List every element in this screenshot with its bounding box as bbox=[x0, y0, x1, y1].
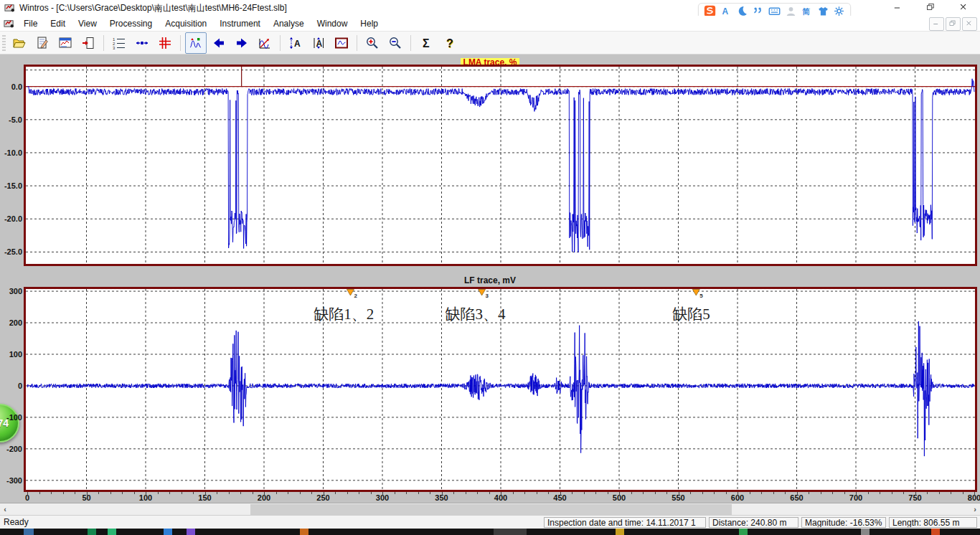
x-tick-mark bbox=[513, 492, 514, 494]
mdi-minimize-button[interactable] bbox=[929, 17, 944, 31]
report-preview-button[interactable] bbox=[55, 32, 76, 54]
maximize-button[interactable] bbox=[921, 1, 941, 15]
x-tick-mark bbox=[572, 492, 573, 494]
app-icon bbox=[4, 2, 16, 14]
prev-defect-button[interactable] bbox=[208, 32, 230, 54]
menu-instrument[interactable]: Instrument bbox=[213, 16, 267, 31]
x-tick-mark bbox=[193, 492, 194, 494]
taskbar-icon-sliver bbox=[931, 529, 940, 535]
x-tick-mark bbox=[773, 492, 774, 494]
menu-view[interactable]: View bbox=[72, 16, 103, 31]
menu-processing[interactable]: Processing bbox=[103, 16, 159, 31]
zoom-in-button[interactable] bbox=[362, 32, 383, 54]
minimize-button[interactable] bbox=[888, 1, 908, 15]
menu-help[interactable]: Help bbox=[354, 16, 385, 31]
y-tick-label: 300 bbox=[1, 286, 22, 296]
y-tick-label: 100 bbox=[1, 349, 22, 359]
autoscale-range-button[interactable]: A bbox=[308, 32, 329, 54]
x-tick-mark bbox=[430, 492, 430, 494]
x-tick-mark bbox=[797, 492, 798, 496]
lma-trace-plot[interactable] bbox=[26, 67, 975, 264]
taskbar-icon-sliver bbox=[24, 529, 34, 535]
defect-marker-icon[interactable]: 3 bbox=[479, 290, 489, 300]
title-bar: Wintros - [C:\Users\Grace\Desktop\南山test… bbox=[0, 0, 980, 16]
x-tick-mark bbox=[702, 492, 703, 494]
menu-window[interactable]: Window bbox=[311, 16, 354, 31]
edit-report-button[interactable] bbox=[32, 32, 53, 54]
x-tick-mark bbox=[169, 492, 170, 494]
horizontal-scrollbar[interactable]: ‹ › bbox=[0, 503, 980, 515]
toolbar-grip[interactable] bbox=[2, 35, 6, 51]
close-button[interactable] bbox=[954, 1, 974, 15]
window-title: Wintros - [C:\Users\Grace\Desktop\南山test… bbox=[19, 2, 287, 14]
x-tick-mark bbox=[98, 492, 99, 494]
lf-trace-plot[interactable]: 235缺陷1、2缺陷3、4缺陷5 bbox=[26, 289, 975, 490]
menu-edit[interactable]: Edit bbox=[44, 16, 72, 31]
lf-chart-panel[interactable]: 235缺陷1、2缺陷3、4缺陷5 bbox=[24, 287, 977, 492]
menu-acquisition[interactable]: Acquisition bbox=[159, 16, 213, 31]
y-tick-label: 0 bbox=[1, 381, 22, 391]
x-tick-mark bbox=[679, 492, 679, 496]
menu-items: FileEditViewProcessingAcquisitionInstrum… bbox=[17, 16, 385, 31]
x-tick-mark bbox=[666, 492, 667, 494]
menu-file[interactable]: File bbox=[17, 16, 44, 31]
defect-list-button[interactable]: 123 bbox=[108, 32, 130, 54]
status-pane-1: Distance: 240.80 m bbox=[709, 517, 798, 528]
x-tick-mark bbox=[892, 492, 892, 494]
y-tick-label: -5.0 bbox=[1, 115, 22, 125]
x-tick-mark bbox=[158, 492, 159, 494]
taskbar-icon-sliver bbox=[164, 529, 172, 535]
floating-badge[interactable]: 74 bbox=[0, 404, 19, 442]
taskbar-icon-sliver bbox=[300, 529, 308, 535]
x-tick-mark bbox=[395, 492, 395, 494]
x-tick-mark bbox=[868, 492, 869, 494]
scroll-right-icon[interactable]: › bbox=[970, 503, 980, 515]
status-bar: Ready Inspection date and time: 14.11.20… bbox=[0, 515, 980, 529]
grid-toggle-button[interactable] bbox=[154, 32, 176, 54]
x-tick-mark bbox=[844, 492, 845, 494]
x-tick-mark bbox=[288, 492, 288, 494]
toolbar-separator bbox=[357, 35, 357, 51]
menu-analyse[interactable]: Analyse bbox=[267, 16, 311, 31]
y-tick-label: -25.0 bbox=[1, 247, 22, 257]
x-tick-mark bbox=[39, 492, 40, 494]
next-defect-button[interactable] bbox=[231, 32, 253, 54]
statistics-sum-button[interactable]: Σ bbox=[415, 32, 437, 54]
taskbar-icon-sliver bbox=[108, 529, 116, 535]
x-tick-mark bbox=[726, 492, 727, 494]
scroll-left-icon[interactable]: ‹ bbox=[0, 503, 10, 515]
x-tick-mark bbox=[75, 492, 75, 494]
scrollbar-thumb[interactable] bbox=[250, 504, 732, 515]
marker-navigation-button[interactable] bbox=[131, 32, 153, 54]
x-tick-mark bbox=[27, 492, 28, 496]
x-tick-mark bbox=[182, 492, 182, 494]
x-tick-mark bbox=[608, 492, 608, 494]
x-tick-mark bbox=[939, 492, 940, 494]
trace-window-button[interactable] bbox=[331, 32, 352, 54]
peak-detection-button[interactable] bbox=[185, 32, 207, 54]
mdi-restore-button[interactable] bbox=[946, 17, 961, 31]
x-tick-mark bbox=[832, 492, 833, 494]
defect-marker-icon[interactable]: 2 bbox=[347, 290, 357, 300]
toolbar: 123AAΣ?? bbox=[0, 32, 980, 55]
status-pane-0: Inspection date and time: 14.11.2017 1 bbox=[544, 517, 706, 528]
y-tick-label: -15.0 bbox=[1, 181, 22, 191]
autoscale-amplitude-button[interactable]: A bbox=[285, 32, 306, 54]
x-tick-mark bbox=[880, 492, 880, 494]
signal-scale-button[interactable] bbox=[254, 32, 275, 54]
y-tick-label: -100 bbox=[1, 412, 22, 422]
open-file-button[interactable] bbox=[9, 32, 30, 54]
mdi-close-button[interactable] bbox=[962, 17, 977, 31]
export-document-button[interactable] bbox=[77, 32, 99, 54]
application-window: { "window": { "title": "Wintros - [C:\\U… bbox=[0, 0, 980, 535]
x-tick-mark bbox=[477, 492, 478, 494]
x-tick-mark bbox=[631, 492, 632, 494]
menu-bar: FileEditViewProcessingAcquisitionInstrum… bbox=[0, 16, 980, 32]
toolbar-separator bbox=[180, 35, 181, 51]
defect-marker-icon[interactable]: 5 bbox=[692, 290, 703, 300]
document-icon bbox=[4, 18, 14, 29]
lma-chart-panel[interactable] bbox=[24, 65, 977, 266]
svg-text:?: ? bbox=[446, 37, 453, 49]
zoom-out-button[interactable] bbox=[385, 32, 406, 54]
help-button[interactable]: ?? bbox=[438, 32, 460, 54]
